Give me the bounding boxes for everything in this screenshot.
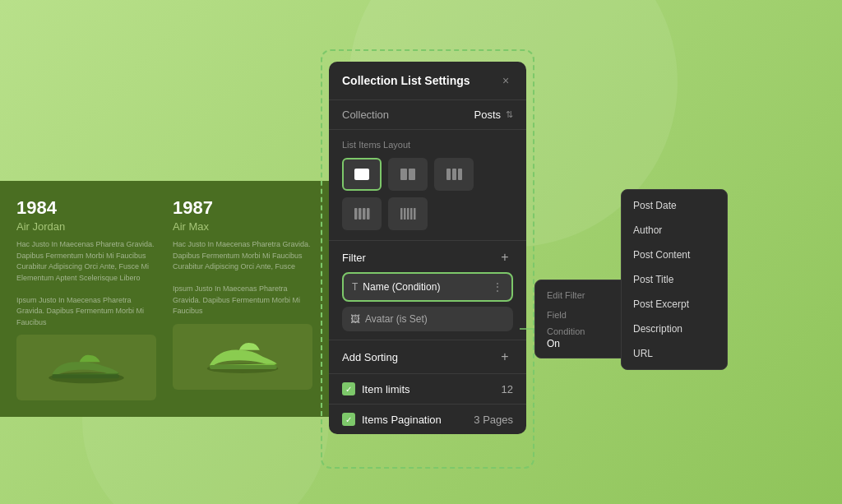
layout-grid: [342, 158, 513, 230]
svg-rect-14: [400, 208, 403, 220]
field-option-post-content[interactable]: Post Content: [622, 243, 727, 267]
limits-section: Item limits 12: [329, 374, 526, 405]
svg-rect-16: [407, 208, 409, 220]
panel-header: Collection List Settings ×: [329, 62, 526, 100]
pagination-row: Items Pagination 3 Pages: [342, 413, 513, 426]
condition-value-text: On: [547, 338, 560, 349]
pagination-left: Items Pagination: [342, 413, 442, 426]
sorting-section: Add Sorting +: [329, 340, 526, 374]
filter-item-name: T Name (Condition) ⋮: [342, 272, 513, 302]
layout-section: List Items Layout: [329, 130, 526, 241]
svg-rect-18: [414, 208, 416, 220]
avatar-icon: 🖼: [350, 313, 360, 325]
svg-rect-5: [400, 169, 407, 180]
product-image-1: [16, 335, 156, 400]
layout-2col-button[interactable]: [388, 158, 428, 191]
product-name-2: Air Max: [173, 220, 312, 233]
field-option-author[interactable]: Author: [622, 218, 727, 243]
field-dropdown: Post Date Author Post Content Post Title…: [621, 189, 728, 370]
item-limits-checkbox[interactable]: [342, 382, 355, 395]
pagination-section: Items Pagination 3 Pages: [329, 405, 526, 434]
layout-1col-button[interactable]: [342, 158, 382, 191]
field-option-post-date[interactable]: Post Date: [622, 193, 727, 218]
layout-row-1: [342, 158, 513, 191]
layout-4col-button[interactable]: [342, 197, 382, 230]
product-name-1: Air Jordan: [16, 220, 156, 233]
product-image-2: [173, 324, 312, 390]
filter-item-avatar: 🖼 Avatar (is Set): [342, 307, 513, 331]
svg-rect-9: [458, 169, 462, 180]
limits-row: Item limits 12: [342, 382, 513, 395]
filter-item-avatar-label: Avatar (is Set): [365, 313, 428, 325]
svg-rect-1: [52, 374, 119, 378]
svg-rect-17: [410, 208, 413, 220]
sorting-row: Add Sorting +: [342, 349, 513, 365]
layout-5col-button[interactable]: [388, 197, 428, 230]
collection-value-text: Posts: [474, 109, 501, 121]
layout-row-2: [342, 197, 513, 230]
layout-label: List Items Layout: [342, 140, 513, 150]
collection-selector[interactable]: Posts ⇅: [474, 109, 513, 121]
close-button[interactable]: ×: [498, 73, 513, 88]
sorting-label: Add Sorting: [342, 351, 398, 363]
svg-rect-3: [210, 365, 277, 369]
sort-add-button[interactable]: +: [497, 349, 513, 365]
svg-rect-12: [363, 208, 366, 220]
item-limits-value: 12: [502, 383, 513, 395]
field-option-post-title[interactable]: Post Title: [622, 267, 727, 292]
layout-3col-button[interactable]: [434, 158, 474, 191]
filter-section: Filter + T Name (Condition) ⋮ 🖼 Avatar (…: [329, 241, 526, 340]
chevron-updown-icon: ⇅: [506, 109, 513, 120]
svg-rect-10: [354, 208, 358, 220]
text-icon: T: [352, 281, 358, 293]
svg-rect-4: [354, 169, 369, 180]
filter-label: Filter: [342, 252, 366, 264]
product-section: 1984 Air Jordan Hac Justo In Maecenas Ph…: [0, 181, 329, 417]
pagination-checkbox[interactable]: [342, 413, 355, 426]
collection-label: Collection: [342, 109, 389, 121]
product-row: 1984 Air Jordan Hac Justo In Maecenas Ph…: [16, 197, 312, 400]
svg-rect-6: [409, 169, 415, 180]
filter-item-name-row: T Name (Condition) ⋮: [352, 280, 503, 294]
svg-rect-7: [446, 169, 451, 180]
filter-item-name-label: Name (Condition): [363, 281, 440, 293]
pagination-label: Items Pagination: [362, 414, 442, 426]
product-year-1: 1984: [16, 197, 156, 219]
collection-row: Collection Posts ⇅: [329, 100, 526, 130]
svg-rect-8: [452, 169, 456, 180]
product-card-1: 1984 Air Jordan Hac Justo In Maecenas Ph…: [16, 197, 156, 400]
field-option-description[interactable]: Description: [622, 317, 727, 341]
product-card-2: 1987 Air Max Hac Justo In Maecenas Phare…: [173, 197, 312, 400]
svg-rect-11: [359, 208, 362, 220]
svg-rect-15: [404, 208, 406, 220]
filter-item-name-content: T Name (Condition): [352, 281, 440, 293]
item-limits-label: Item limits: [362, 383, 410, 395]
filter-add-button[interactable]: +: [497, 249, 513, 266]
settings-panel: Collection List Settings × Collection Po…: [329, 62, 526, 434]
product-desc-2: Hac Justo In Maecenas Pharetra Gravida. …: [173, 239, 312, 317]
field-option-post-excerpt[interactable]: Post Excerpt: [622, 292, 727, 317]
product-desc-1: Hac Justo In Maecenas Pharetra Gravida. …: [16, 239, 156, 328]
product-year-2: 1987: [173, 197, 312, 219]
limits-left: Item limits: [342, 382, 410, 395]
field-option-url[interactable]: URL: [622, 341, 727, 366]
filter-header: Filter +: [342, 249, 513, 266]
filter-item-menu-button[interactable]: ⋮: [492, 280, 503, 294]
pagination-value: 3 Pages: [474, 414, 513, 426]
svg-rect-13: [367, 208, 370, 220]
panel-title: Collection List Settings: [342, 74, 470, 87]
